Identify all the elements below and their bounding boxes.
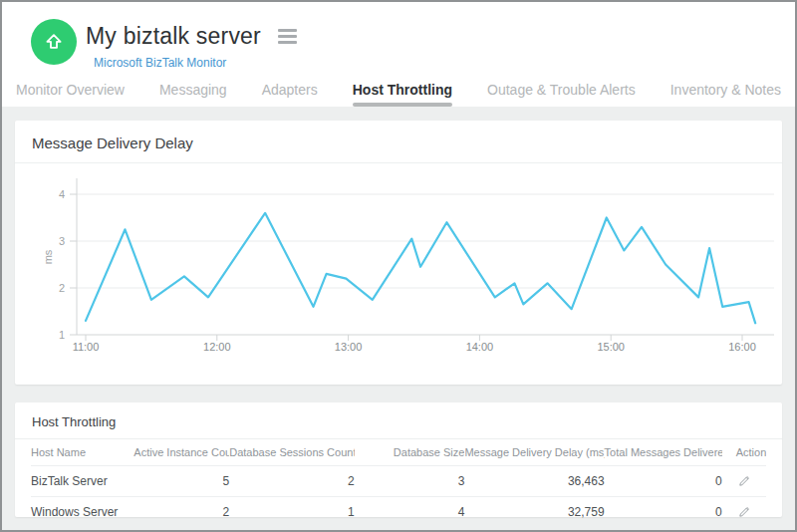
column-header-active-instance-count: Active Instance Count	[133, 439, 229, 466]
svg-text:15:00: 15:00	[597, 341, 625, 353]
column-header-database-size: Database Size	[355, 439, 465, 466]
svg-text:16:00: 16:00	[728, 341, 756, 353]
tab-host-throttling[interactable]: Host Throttling	[353, 82, 452, 107]
svg-text:4: 4	[59, 188, 65, 200]
up-arrow-icon	[43, 31, 65, 53]
host-throttling-panel: Host Throttling Host NameActive Instance…	[15, 402, 782, 517]
svg-text:2: 2	[59, 282, 65, 294]
cell-host-name: BizTalk Server	[31, 466, 133, 497]
table-row-biztalk-server: BizTalk Server52336,4630	[31, 466, 766, 497]
column-header-message-delivery-delay-ms: Message Delivery Delay (ms)	[464, 439, 604, 466]
table-row-windows-server: Windows Server21432,7590	[31, 497, 766, 528]
svg-text:13:00: 13:00	[335, 341, 363, 353]
avatar	[31, 19, 77, 65]
edit-pencil-icon	[738, 474, 751, 487]
edit-button[interactable]	[736, 472, 753, 489]
cell-action	[722, 466, 766, 497]
edit-button[interactable]	[736, 503, 753, 520]
cell-active-instance-count: 2	[133, 497, 229, 528]
message-delivery-delay-panel: Message Delivery Delay 1234ms11:0012:001…	[15, 121, 782, 385]
chart-area: 1234ms11:0012:0013:0014:0015:0016:00	[15, 163, 782, 381]
svg-text:1: 1	[59, 329, 65, 341]
column-header-database-sessions-count: Database Sessions Count	[229, 439, 354, 466]
cell-database-size: 4	[355, 497, 465, 528]
tab-messaging[interactable]: Messaging	[159, 82, 227, 107]
header: My biztalk server Microsoft BizTalk Moni…	[2, 2, 795, 107]
app-window: My biztalk server Microsoft BizTalk Moni…	[0, 0, 797, 532]
tab-outage-trouble-alerts[interactable]: Outage & Trouble Alerts	[487, 82, 636, 107]
svg-text:12:00: 12:00	[203, 341, 231, 353]
hamburger-menu-icon[interactable]	[276, 27, 299, 46]
edit-pencil-icon	[738, 505, 751, 518]
svg-text:14:00: 14:00	[466, 341, 494, 353]
column-header-action: Action	[722, 439, 766, 466]
delay-line-series	[86, 213, 755, 323]
cell-active-instance-count: 5	[133, 466, 229, 497]
cell-total-messages-delivered: 0	[605, 466, 722, 497]
cell-database-sessions-count: 1	[229, 497, 354, 528]
table-panel-title: Host Throttling	[15, 402, 782, 439]
cell-total-messages-delivered: 0	[605, 497, 722, 528]
cell-action	[722, 497, 766, 528]
main-content: Message Delivery Delay 1234ms11:0012:001…	[2, 107, 795, 530]
column-header-total-messages-delivered: Total Messages Delivered	[605, 439, 722, 466]
cell-database-size: 3	[355, 466, 465, 497]
tab-monitor-overview[interactable]: Monitor Overview	[16, 82, 125, 107]
tab-adapters[interactable]: Adapters	[262, 82, 318, 107]
cell-database-sessions-count: 2	[229, 466, 354, 497]
chart-panel-title: Message Delivery Delay	[15, 121, 782, 163]
page-title: My biztalk server	[86, 23, 261, 50]
svg-text:ms: ms	[42, 249, 54, 264]
message-delivery-delay-chart: 1234ms11:0012:0013:0014:0015:0016:00	[15, 165, 782, 377]
monitor-type-link[interactable]: Microsoft BizTalk Monitor	[94, 56, 226, 70]
svg-text:11:00: 11:00	[73, 341, 100, 353]
svg-text:3: 3	[59, 235, 65, 247]
tab-bar: Monitor OverviewMessagingAdaptersHost Th…	[16, 82, 781, 107]
tab-inventory-notes[interactable]: Inventory & Notes	[670, 82, 781, 107]
host-throttling-table: Host NameActive Instance CountDatabase S…	[31, 439, 766, 527]
cell-message-delivery-delay-ms: 32,759	[464, 497, 604, 528]
cell-message-delivery-delay-ms: 36,463	[464, 466, 604, 497]
column-header-host-name: Host Name	[31, 439, 133, 466]
active-tab-underline	[353, 103, 452, 107]
cell-host-name: Windows Server	[31, 497, 133, 528]
table-header-row: Host NameActive Instance CountDatabase S…	[31, 439, 766, 466]
